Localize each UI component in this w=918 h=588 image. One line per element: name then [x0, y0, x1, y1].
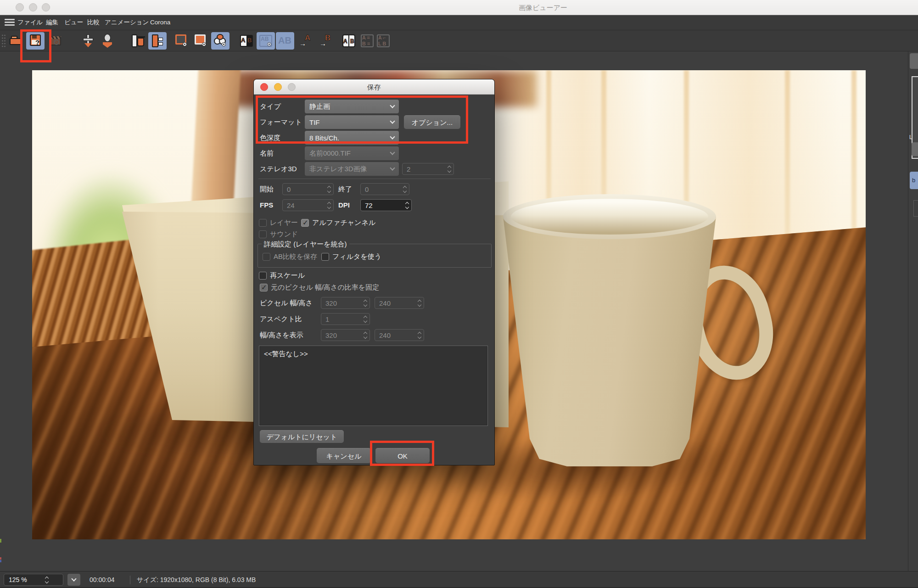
- stepper-arrows[interactable]: [364, 300, 367, 306]
- ab-fullsize-button[interactable]: AB: [276, 32, 294, 50]
- checkbox-icon[interactable]: [259, 219, 267, 227]
- cancel-button[interactable]: キャンセル: [317, 448, 371, 463]
- sound-label: サウンド: [270, 230, 298, 239]
- stepper-arrows[interactable]: [403, 186, 406, 192]
- menu-view[interactable]: ビュー: [64, 15, 83, 30]
- app-window: 画像ビューアー ファイル 編集 ビュー 比較 アニメーション Corona ?: [0, 0, 918, 588]
- export-button[interactable]: [98, 32, 117, 50]
- dpi-spinner[interactable]: 72: [360, 199, 412, 211]
- ab-save-checkbox[interactable]: AB比較を保存: [263, 252, 317, 261]
- start-label: 開始: [260, 183, 274, 195]
- pixel-width-spinner[interactable]: 320: [321, 297, 370, 309]
- stepper-arrows[interactable]: [448, 166, 451, 172]
- menu-animation[interactable]: アニメーション: [105, 15, 149, 30]
- layers-checkbox[interactable]: レイヤー: [259, 218, 298, 227]
- set-a-button[interactable]: A →: [297, 32, 316, 50]
- end-value: 0: [365, 185, 403, 193]
- menu-file[interactable]: ファイル: [17, 15, 43, 30]
- eye-icon: [183, 42, 187, 46]
- warnings-box[interactable]: <<警告なし>>: [259, 346, 488, 426]
- menu-corona[interactable]: Corona: [150, 15, 170, 30]
- dialog-titlebar[interactable]: 保存: [254, 79, 494, 95]
- menu-edit[interactable]: 編集: [46, 15, 58, 30]
- stepper-arrows[interactable]: [406, 202, 409, 208]
- checkbox-icon[interactable]: [263, 253, 270, 261]
- checkbox-checked-icon[interactable]: [301, 219, 309, 227]
- stepper-arrows[interactable]: [364, 332, 367, 338]
- aspect-label: アスペクト比: [260, 313, 302, 325]
- fit-view-button[interactable]: [79, 32, 97, 50]
- window-zoom-button[interactable]: [42, 3, 50, 11]
- zoom-menu-button[interactable]: [67, 574, 80, 586]
- stepper-arrows[interactable]: [418, 332, 421, 338]
- chevron-down-icon: [71, 576, 76, 581]
- right-panel-blue-button-fragment[interactable]: b: [910, 172, 918, 189]
- display-height-spinner[interactable]: 240: [375, 329, 424, 341]
- alpha-checkbox[interactable]: アルファチャンネル: [301, 218, 375, 227]
- panel-divider: [908, 51, 908, 571]
- zoom-level-spinner[interactable]: 125 %: [4, 574, 63, 586]
- stepper-arrows[interactable]: [364, 316, 367, 322]
- menu-compare[interactable]: 比較: [87, 15, 100, 30]
- checkbox-icon[interactable]: [321, 253, 329, 261]
- ab-list-button[interactable]: A =B =: [358, 32, 376, 50]
- compare-blend-button[interactable]: [211, 32, 230, 50]
- set-b-button[interactable]: B →: [318, 32, 336, 50]
- fps-value: 24: [287, 202, 328, 209]
- rescale-checkbox[interactable]: 再スケール: [259, 271, 305, 280]
- ab-split-button[interactable]: A B: [237, 32, 256, 50]
- window-minimize-button[interactable]: [29, 3, 37, 11]
- save-dialog: 保存 タイプ 静止画 フォーマット TIF オプション... 色深度 8 Bit…: [253, 79, 495, 465]
- window-close-button[interactable]: [16, 3, 24, 11]
- swap-ab-icon: A ⌐L B: [378, 35, 386, 47]
- checkbox-icon[interactable]: [259, 230, 267, 238]
- stereo-count-spinner[interactable]: 2: [402, 163, 454, 175]
- right-panel-button-fragment[interactable]: [912, 142, 918, 156]
- mug-body: [503, 216, 716, 466]
- reset-defaults-button[interactable]: デフォルトにリセット: [260, 430, 344, 443]
- end-label: 終了: [338, 183, 352, 195]
- eye-icon: [267, 42, 271, 46]
- display-label: 幅/高さを表示: [260, 329, 303, 342]
- pixel-height-value: 240: [379, 299, 418, 307]
- toolbar-grip[interactable]: [1, 34, 6, 48]
- edge-fragment: [0, 557, 1, 560]
- checkbox-checked-icon[interactable]: [260, 284, 268, 291]
- fps-spinner[interactable]: 24: [282, 199, 334, 211]
- mug-inner: [511, 199, 708, 235]
- no-entry-icon: [54, 39, 59, 45]
- use-filter-checkbox[interactable]: フィルタを使う: [321, 252, 381, 261]
- stepper-arrows[interactable]: [328, 186, 330, 192]
- trash-lid-icon: [136, 36, 145, 38]
- person-head-icon: [104, 34, 111, 42]
- stepper-arrows[interactable]: [418, 300, 421, 306]
- start-spinner[interactable]: 0: [282, 183, 334, 195]
- divider: [258, 179, 491, 179]
- hamburger-menu-icon[interactable]: [5, 19, 15, 27]
- stereo-dropdown[interactable]: 非ステレオ3D画像: [305, 162, 399, 176]
- sound-checkbox[interactable]: サウンド: [259, 230, 298, 239]
- stepper-arrows[interactable]: [328, 202, 330, 208]
- name-dropdown[interactable]: 名前0000.TIF: [305, 146, 399, 160]
- delete-frames-button[interactable]: [129, 32, 147, 50]
- aspect-spinner[interactable]: 1: [321, 313, 370, 325]
- ab-swap-button[interactable]: A ⌐L B: [374, 32, 392, 50]
- keep-ratio-checkbox[interactable]: 元のピクセル 幅/高さの比率を固定: [260, 283, 379, 292]
- ab-compare-view-button[interactable]: AB: [257, 32, 275, 50]
- chevron-down-icon: [390, 150, 395, 155]
- pixel-width-value: 320: [325, 299, 364, 307]
- compare-region-b-button[interactable]: [192, 32, 210, 50]
- checkbox-icon[interactable]: [259, 272, 267, 280]
- faded-ab-icon: AB: [261, 36, 269, 42]
- advanced-group: 詳細設定 (レイヤーを統合) AB比較を保存 フィルタを使う: [257, 244, 492, 268]
- end-spinner[interactable]: 0: [360, 183, 409, 195]
- stepper-arrows[interactable]: [34, 577, 60, 583]
- compare-region-a-button[interactable]: [173, 32, 191, 50]
- frames-layers-button[interactable]: [148, 32, 167, 50]
- pixel-height-spinner[interactable]: 240: [375, 297, 424, 309]
- display-width-spinner[interactable]: 320: [321, 329, 370, 341]
- trash-icon: [137, 38, 144, 46]
- book-spine-icon: [348, 34, 349, 47]
- right-panel-button-fragment[interactable]: [910, 53, 918, 69]
- ab-book-button[interactable]: A B: [340, 32, 358, 50]
